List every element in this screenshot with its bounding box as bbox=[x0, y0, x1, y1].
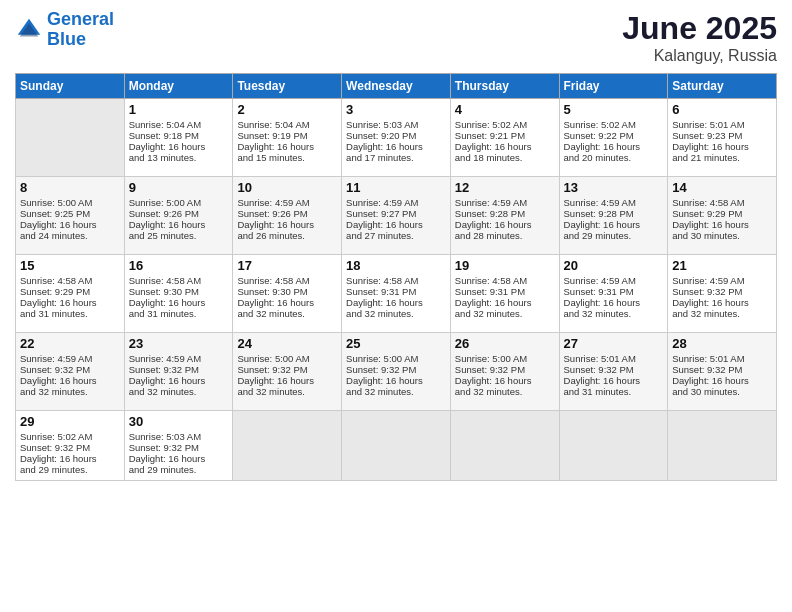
col-wednesday: Wednesday bbox=[342, 74, 451, 99]
sunset-label: Sunset: 9:21 PM bbox=[455, 130, 525, 141]
sunrise-label: Sunrise: 4:58 AM bbox=[129, 275, 201, 286]
sunrise-label: Sunrise: 5:04 AM bbox=[129, 119, 201, 130]
daylight-label: Daylight: 16 hours bbox=[237, 141, 314, 152]
sunset-label: Sunset: 9:25 PM bbox=[20, 208, 90, 219]
sunset-label: Sunset: 9:30 PM bbox=[237, 286, 307, 297]
day-number: 10 bbox=[237, 180, 337, 195]
daylight-label: Daylight: 16 hours bbox=[672, 297, 749, 308]
daylight-minutes: and 31 minutes. bbox=[564, 386, 632, 397]
day-number: 23 bbox=[129, 336, 229, 351]
daylight-minutes: and 30 minutes. bbox=[672, 386, 740, 397]
daylight-minutes: and 32 minutes. bbox=[20, 386, 88, 397]
col-sunday: Sunday bbox=[16, 74, 125, 99]
daylight-label: Daylight: 16 hours bbox=[455, 141, 532, 152]
sunset-label: Sunset: 9:29 PM bbox=[672, 208, 742, 219]
sunrise-label: Sunrise: 4:59 AM bbox=[129, 353, 201, 364]
day-number: 20 bbox=[564, 258, 664, 273]
sunset-label: Sunset: 9:31 PM bbox=[346, 286, 416, 297]
daylight-minutes: and 29 minutes. bbox=[129, 464, 197, 475]
calendar-week-row: 29Sunrise: 5:02 AMSunset: 9:32 PMDayligh… bbox=[16, 411, 777, 481]
daylight-label: Daylight: 16 hours bbox=[672, 141, 749, 152]
calendar-week-row: 22Sunrise: 4:59 AMSunset: 9:32 PMDayligh… bbox=[16, 333, 777, 411]
sunset-label: Sunset: 9:20 PM bbox=[346, 130, 416, 141]
sunrise-label: Sunrise: 4:58 AM bbox=[672, 197, 744, 208]
logo-line1: General bbox=[47, 9, 114, 29]
daylight-minutes: and 13 minutes. bbox=[129, 152, 197, 163]
daylight-minutes: and 20 minutes. bbox=[564, 152, 632, 163]
col-thursday: Thursday bbox=[450, 74, 559, 99]
col-saturday: Saturday bbox=[668, 74, 777, 99]
day-number: 26 bbox=[455, 336, 555, 351]
day-number: 2 bbox=[237, 102, 337, 117]
sunrise-label: Sunrise: 4:59 AM bbox=[672, 275, 744, 286]
day-number: 27 bbox=[564, 336, 664, 351]
day-number: 25 bbox=[346, 336, 446, 351]
calendar-week-row: 8Sunrise: 5:00 AMSunset: 9:25 PMDaylight… bbox=[16, 177, 777, 255]
table-row: 23Sunrise: 4:59 AMSunset: 9:32 PMDayligh… bbox=[124, 333, 233, 411]
daylight-label: Daylight: 16 hours bbox=[346, 375, 423, 386]
daylight-minutes: and 31 minutes. bbox=[20, 308, 88, 319]
daylight-label: Daylight: 16 hours bbox=[237, 297, 314, 308]
daylight-minutes: and 32 minutes. bbox=[237, 308, 305, 319]
calendar-week-row: 1Sunrise: 5:04 AMSunset: 9:18 PMDaylight… bbox=[16, 99, 777, 177]
daylight-minutes: and 32 minutes. bbox=[455, 308, 523, 319]
sunset-label: Sunset: 9:32 PM bbox=[672, 286, 742, 297]
daylight-label: Daylight: 16 hours bbox=[129, 219, 206, 230]
sunset-label: Sunset: 9:32 PM bbox=[564, 364, 634, 375]
day-number: 14 bbox=[672, 180, 772, 195]
day-number: 12 bbox=[455, 180, 555, 195]
sunset-label: Sunset: 9:32 PM bbox=[346, 364, 416, 375]
sunset-label: Sunset: 9:32 PM bbox=[129, 364, 199, 375]
daylight-label: Daylight: 16 hours bbox=[129, 297, 206, 308]
table-row: 12Sunrise: 4:59 AMSunset: 9:28 PMDayligh… bbox=[450, 177, 559, 255]
sunset-label: Sunset: 9:32 PM bbox=[20, 364, 90, 375]
table-row: 18Sunrise: 4:58 AMSunset: 9:31 PMDayligh… bbox=[342, 255, 451, 333]
col-monday: Monday bbox=[124, 74, 233, 99]
day-number: 24 bbox=[237, 336, 337, 351]
daylight-label: Daylight: 16 hours bbox=[672, 219, 749, 230]
table-row: 21Sunrise: 4:59 AMSunset: 9:32 PMDayligh… bbox=[668, 255, 777, 333]
sunset-label: Sunset: 9:32 PM bbox=[20, 442, 90, 453]
table-row: 2Sunrise: 5:04 AMSunset: 9:19 PMDaylight… bbox=[233, 99, 342, 177]
sunset-label: Sunset: 9:32 PM bbox=[129, 442, 199, 453]
daylight-minutes: and 27 minutes. bbox=[346, 230, 414, 241]
table-row: 20Sunrise: 4:59 AMSunset: 9:31 PMDayligh… bbox=[559, 255, 668, 333]
sunset-label: Sunset: 9:32 PM bbox=[455, 364, 525, 375]
daylight-minutes: and 32 minutes. bbox=[237, 386, 305, 397]
table-row bbox=[559, 411, 668, 481]
daylight-minutes: and 32 minutes. bbox=[129, 386, 197, 397]
sunrise-label: Sunrise: 5:01 AM bbox=[564, 353, 636, 364]
daylight-label: Daylight: 16 hours bbox=[237, 375, 314, 386]
sunset-label: Sunset: 9:26 PM bbox=[129, 208, 199, 219]
daylight-label: Daylight: 16 hours bbox=[455, 375, 532, 386]
sunset-label: Sunset: 9:31 PM bbox=[564, 286, 634, 297]
sunrise-label: Sunrise: 5:04 AM bbox=[237, 119, 309, 130]
sunrise-label: Sunrise: 4:59 AM bbox=[455, 197, 527, 208]
day-number: 11 bbox=[346, 180, 446, 195]
daylight-minutes: and 32 minutes. bbox=[564, 308, 632, 319]
sunrise-label: Sunrise: 5:02 AM bbox=[455, 119, 527, 130]
sunrise-label: Sunrise: 4:58 AM bbox=[346, 275, 418, 286]
sunrise-label: Sunrise: 5:01 AM bbox=[672, 353, 744, 364]
sunset-label: Sunset: 9:22 PM bbox=[564, 130, 634, 141]
daylight-minutes: and 15 minutes. bbox=[237, 152, 305, 163]
sunrise-label: Sunrise: 5:03 AM bbox=[346, 119, 418, 130]
logo-line2: Blue bbox=[47, 29, 86, 49]
sunset-label: Sunset: 9:29 PM bbox=[20, 286, 90, 297]
table-row: 5Sunrise: 5:02 AMSunset: 9:22 PMDaylight… bbox=[559, 99, 668, 177]
sunset-label: Sunset: 9:30 PM bbox=[129, 286, 199, 297]
table-row: 6Sunrise: 5:01 AMSunset: 9:23 PMDaylight… bbox=[668, 99, 777, 177]
col-friday: Friday bbox=[559, 74, 668, 99]
day-number: 30 bbox=[129, 414, 229, 429]
table-row bbox=[233, 411, 342, 481]
sunrise-label: Sunrise: 5:00 AM bbox=[237, 353, 309, 364]
sunrise-label: Sunrise: 4:58 AM bbox=[237, 275, 309, 286]
calendar-table: Sunday Monday Tuesday Wednesday Thursday… bbox=[15, 73, 777, 481]
daylight-label: Daylight: 16 hours bbox=[564, 297, 641, 308]
daylight-minutes: and 29 minutes. bbox=[564, 230, 632, 241]
table-row bbox=[668, 411, 777, 481]
daylight-minutes: and 25 minutes. bbox=[129, 230, 197, 241]
sunset-label: Sunset: 9:27 PM bbox=[346, 208, 416, 219]
sunrise-label: Sunrise: 5:01 AM bbox=[672, 119, 744, 130]
table-row: 9Sunrise: 5:00 AMSunset: 9:26 PMDaylight… bbox=[124, 177, 233, 255]
